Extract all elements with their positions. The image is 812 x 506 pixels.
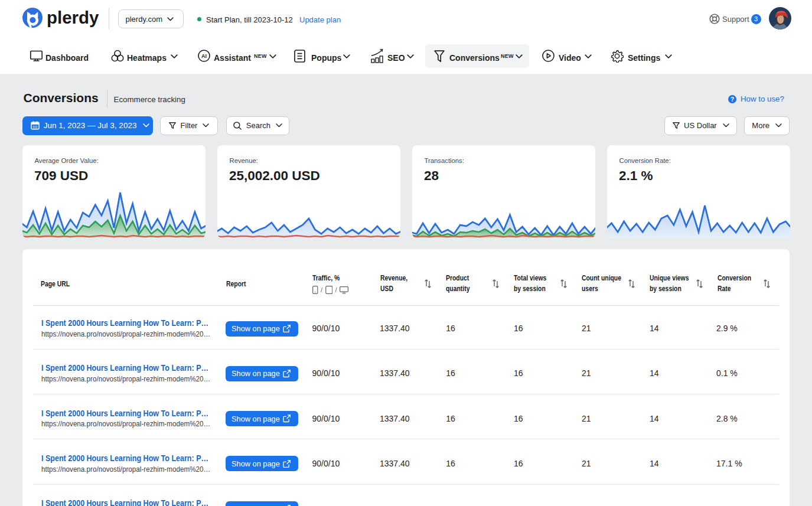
svg-text:AI: AI: [201, 53, 207, 59]
svg-text:?: ?: [731, 96, 734, 103]
